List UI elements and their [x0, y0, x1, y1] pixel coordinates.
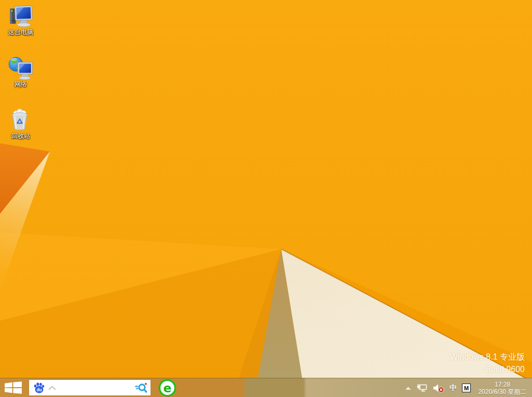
taskbar: du e: [0, 378, 532, 397]
desktop-wallpaper[interactable]: [0, 0, 532, 397]
baidu-search-icon[interactable]: [135, 382, 148, 394]
green-e-browser-icon: e: [158, 379, 176, 397]
search-input[interactable]: [56, 380, 135, 395]
watermark-build: Build 9600: [450, 363, 525, 376]
desktop-icon-label: 回收站: [11, 132, 30, 140]
show-hidden-icons-caret[interactable]: [405, 386, 412, 390]
chevron-up-icon[interactable]: [48, 386, 56, 390]
clock-date: 2020/6/30 星期二: [476, 388, 529, 395]
network-icon: [8, 54, 33, 80]
network-status-icon[interactable]: [417, 384, 428, 392]
baidu-search-bar[interactable]: du: [29, 380, 151, 395]
recycle-bin-icon: [8, 106, 33, 132]
desktop-icon-grid: 这台电脑: [2, 3, 40, 152]
ime-mode-badge[interactable]: M: [462, 384, 471, 392]
green-e-browser-button[interactable]: e: [157, 379, 177, 397]
desktop-icon-this-pc[interactable]: 这台电脑: [2, 3, 40, 48]
start-button[interactable]: [3, 378, 23, 397]
windows-build-watermark: Windows 8.1 专业版 Build 9600: [450, 351, 525, 376]
watermark-edition: Windows 8.1 专业版: [450, 351, 525, 363]
svg-text:e: e: [163, 381, 171, 395]
system-tray: 中 M 17:28 2020/6/30 星期二: [405, 378, 529, 397]
clock-time: 17:28: [476, 381, 529, 388]
desktop-icon-network[interactable]: 网络: [2, 54, 40, 100]
ime-language-indicator[interactable]: 中: [449, 384, 457, 393]
volume-muted-icon[interactable]: [433, 384, 444, 393]
baidu-paw-icon: du: [33, 382, 45, 394]
windows-logo-icon: [5, 381, 22, 394]
svg-text:du: du: [36, 387, 42, 392]
desktop-icon-label: 网络: [15, 80, 27, 88]
windows-desktop[interactable]: 这台电脑: [0, 0, 532, 397]
this-pc-icon: [8, 3, 33, 29]
taskbar-clock[interactable]: 17:28 2020/6/30 星期二: [476, 381, 529, 395]
desktop-icon-label: 这台电脑: [8, 29, 33, 36]
desktop-icon-recycle-bin[interactable]: 回收站: [2, 106, 40, 152]
